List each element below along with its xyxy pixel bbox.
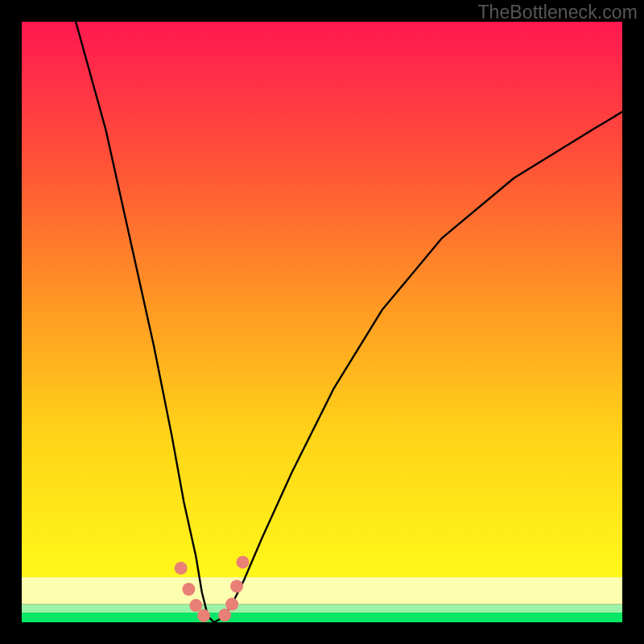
svg-point-8 <box>218 609 231 621</box>
svg-rect-3 <box>22 577 622 605</box>
plot-area <box>22 22 622 622</box>
svg-point-6 <box>189 599 202 612</box>
watermark-text: TheBottleneck.com <box>477 2 638 23</box>
svg-point-9 <box>225 598 238 611</box>
svg-point-7 <box>197 609 210 622</box>
svg-rect-1 <box>22 613 622 622</box>
svg-rect-0 <box>22 22 622 577</box>
svg-point-10 <box>230 580 243 592</box>
chart-outer-frame: TheBottleneck.com <box>0 0 644 644</box>
bottleneck-curve-chart <box>22 22 622 622</box>
svg-rect-2 <box>22 605 622 613</box>
svg-point-11 <box>237 555 250 568</box>
svg-point-5 <box>182 583 195 596</box>
svg-point-4 <box>175 562 188 575</box>
